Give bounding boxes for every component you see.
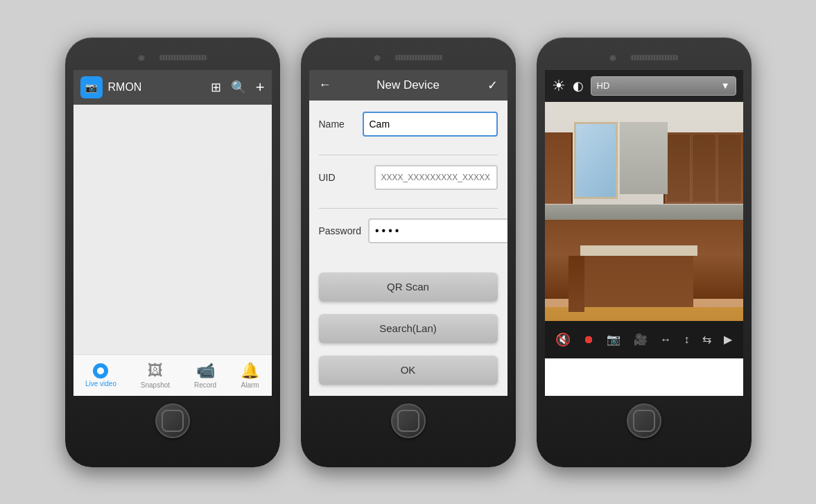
tab-bar: Live video 🖼 Snapshot 📹 Record 🔔 Alarm [73,354,272,396]
camera-icon: 📷 [85,82,97,93]
tab-live-video-label: Live video [85,380,116,388]
phone-3: ☀ ◐ HD ▼ [537,37,752,467]
home-button-2[interactable] [391,403,426,438]
countertop [545,205,743,220]
tab-alarm-label: Alarm [241,381,259,389]
phone-3-top [545,48,743,67]
quality-dropdown[interactable]: HD ▼ [591,76,736,96]
home-button-inner-1 [162,410,184,432]
phone-2-top [309,48,507,67]
tilt-icon[interactable]: ↕ [684,333,690,346]
tab-alarm[interactable]: 🔔 Alarm [235,359,265,392]
app-title: RMON [108,81,205,94]
grid-icon[interactable]: ⊞ [211,80,221,95]
record-icon: 📹 [196,362,215,380]
video-call-icon[interactable]: 🎥 [634,333,648,346]
ok-button[interactable]: OK [319,356,498,385]
camera-dot [138,54,145,61]
add-icon[interactable]: + [256,78,265,96]
phone-1: 📷 RMON ⊞ 🔍 + Live video [65,37,280,467]
tab-record-label: Record [194,381,216,389]
home-button-3[interactable] [627,403,661,438]
back-button[interactable]: ← [319,78,331,92]
uid-row: UID [319,165,498,190]
snapshot-icon: 🖼 [148,362,163,380]
mute-icon[interactable]: 🔇 [555,332,571,347]
camera-controls: 🔇 ⏺ 📷 🎥 ↔ ↕ ⇆ ▶ [545,321,743,358]
dropdown-arrow: ▼ [721,80,730,91]
header-icons: ⊞ 🔍 + [211,78,265,96]
name-row: Name [319,112,498,137]
name-label: Name [319,119,356,130]
kitchen-scene [545,102,743,358]
device-form: Name UID Password QR Scan [309,101,507,396]
divider-2 [319,208,498,209]
phone-3-screen: ☀ ◐ HD ▼ [545,70,743,396]
password-input[interactable] [368,218,507,243]
island-top [580,245,697,256]
home-button-1[interactable] [155,403,190,438]
spacer [319,259,498,266]
upper-cabinet-right [663,132,743,205]
brightness-icon[interactable]: ☀ [552,77,566,95]
uid-label: UID [319,172,367,183]
search-lan-button[interactable]: Search(Lan) [319,314,498,343]
window [574,122,618,199]
confirm-button[interactable]: ✓ [487,78,498,93]
phone-3-content: ☀ ◐ HD ▼ [545,70,743,396]
phone-1-content: 📷 RMON ⊞ 🔍 + Live video [73,70,272,396]
home-button-inner-3 [633,410,655,432]
flip-icon[interactable]: ⇆ [702,333,711,346]
phone-1-top [73,48,272,67]
record-video-icon[interactable]: ⏺ [583,333,594,346]
camera-dot-2 [374,54,381,61]
speaker-grille-3 [630,55,679,60]
phone-2-screen: ← New Device ✓ Name UID [309,70,507,396]
tab-live-video[interactable]: Live video [80,360,122,390]
range-hood [620,122,668,194]
cabinet-doors [665,132,743,205]
tab-record[interactable]: 📹 Record [189,359,222,392]
home-button-inner-2 [397,410,419,432]
search-icon[interactable]: 🔍 [231,80,246,95]
phone-1-screen: 📷 RMON ⊞ 🔍 + Live video [73,70,272,396]
rmon-header: 📷 RMON ⊞ 🔍 + [73,70,272,105]
cabinet-door-2 [692,134,716,203]
phone-2-content: ← New Device ✓ Name UID [309,70,507,396]
camera-header: ☀ ◐ HD ▼ [545,70,743,102]
pan-icon[interactable]: ↔ [660,333,671,346]
speaker-grille [159,55,207,60]
password-label: Password [319,225,361,236]
new-device-header: ← New Device ✓ [309,70,507,101]
password-row: Password [319,218,498,243]
phone-2: ← New Device ✓ Name UID [301,37,516,467]
quality-label: HD [597,80,610,91]
uid-input[interactable] [374,165,498,190]
phone-3-bottom [545,400,743,442]
divider-1 [319,155,498,155]
name-input[interactable] [363,112,498,137]
cabinet-door-3 [718,134,742,203]
camera-feed: 🔇 ⏺ 📷 🎥 ↔ ↕ ⇆ ▶ [545,102,743,358]
chair-1 [568,256,584,312]
new-device-title: New Device [376,78,440,92]
camera-dot-3 [609,54,616,61]
play-icon[interactable]: ▶ [724,333,732,346]
tab-snapshot-label: Snapshot [141,381,170,389]
rmon-logo: 📷 [80,76,103,98]
alarm-icon: 🔔 [241,362,259,380]
upper-cabinet-left [545,132,573,205]
contrast-icon[interactable]: ◐ [573,78,584,94]
phone-1-bottom [73,400,272,442]
tab-snapshot[interactable]: 🖼 Snapshot [135,359,175,392]
camera-snapshot-icon[interactable]: 📷 [607,333,620,346]
live-video-icon [93,363,108,379]
cabinet-door-1 [666,134,691,203]
main-content-area [73,105,272,396]
live-dot [97,367,104,374]
qr-scan-button[interactable]: QR Scan [319,272,498,302]
phone-2-bottom [309,400,507,442]
speaker-grille-2 [394,55,443,60]
